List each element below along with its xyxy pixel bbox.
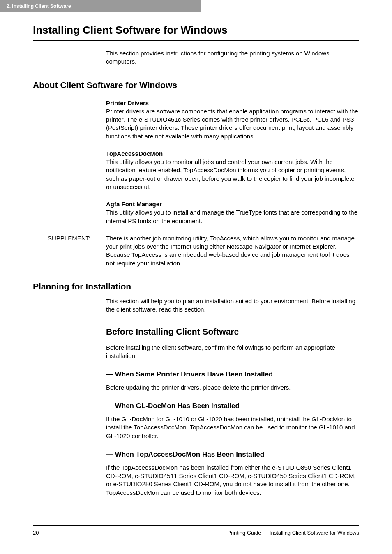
page-number: 20: [33, 530, 39, 536]
supplement-label: SUPPLEMENT:: [33, 234, 106, 268]
page-title: Installing Client Software for Windows: [33, 24, 359, 41]
block-body-agfa: This utility allows you to install and m…: [106, 208, 359, 225]
sub-body-same-drivers: Before updating the printer drivers, ple…: [106, 383, 359, 392]
block-heading-agfa: Agfa Font Manager: [106, 200, 359, 208]
section-about-title: About Client Software for Windows: [33, 80, 359, 90]
before-installing-intro: Before installing the client software, c…: [106, 344, 359, 360]
sub-heading-gl-docmon: — When GL-DocMon Has Been Installed: [106, 402, 359, 411]
sub-body-topaccessdocmon: If the TopAcceessDocMon has been install…: [106, 464, 359, 497]
supplement-row: SUPPLEMENT: There is another job monitor…: [33, 234, 359, 268]
sub-heading-same-drivers: — When Same Printer Drivers Have Been In…: [106, 370, 359, 379]
sub-body-gl-docmon: If the GL-DocMon for GL-1010 or GL-1020 …: [106, 415, 359, 440]
supplement-text: There is another job monitoring utility,…: [106, 234, 359, 268]
planning-intro: This section will help you to plan an in…: [106, 297, 359, 314]
before-installing-title: Before Installing Client Software: [106, 326, 359, 337]
block-heading-topaccessdocmon: TopAccessDocMon: [106, 150, 359, 158]
chapter-tab: 2. Installing Client Software: [0, 0, 201, 12]
block-heading-printer-drivers: Printer Drivers: [106, 99, 359, 107]
footer-title: Printing Guide — Installing Client Softw…: [227, 530, 359, 536]
block-body-printer-drivers: Printer drivers are software components …: [106, 107, 359, 141]
intro-paragraph: This section provides instructions for c…: [106, 49, 359, 66]
block-body-topaccessdocmon: This utility allows you to monitor all j…: [106, 158, 359, 191]
sub-heading-topaccessdocmon: — When TopAccessDocMon Has Been Installe…: [106, 450, 359, 459]
page-footer: 20 Printing Guide — Installing Client So…: [33, 525, 359, 536]
section-planning-title: Planning for Installation: [33, 282, 359, 291]
